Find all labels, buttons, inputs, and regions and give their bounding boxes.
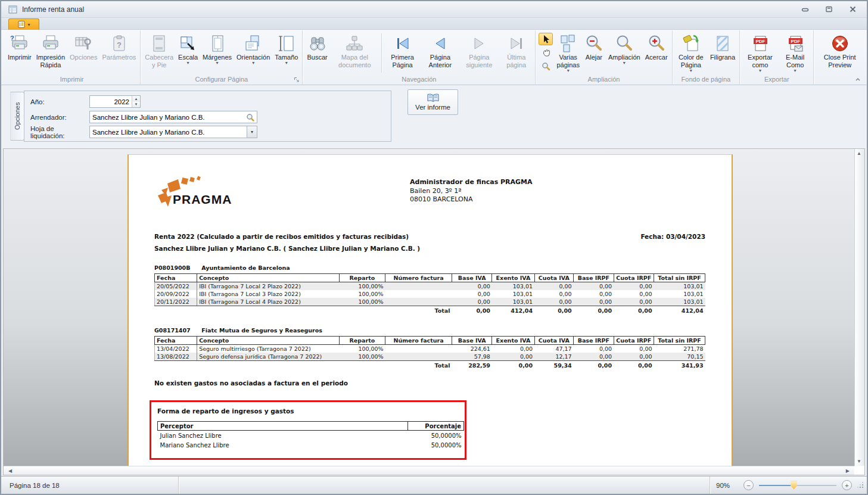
preview-canvas: PRAGMA Administrador de fincas PRAGMA Ba… [4,149,854,466]
hoja-input[interactable] [90,126,247,138]
email-como-button[interactable]: PDF E-Mail Como ▾ [779,31,812,75]
column-header: Concepto [197,337,339,345]
column-header: Base IRPF [574,274,614,282]
total-cell [155,306,197,315]
cell: 50,0000% [407,431,463,441]
button-label: Impresión Rápida [36,54,65,69]
tamano-button[interactable]: Tamaño ▾ [272,31,300,75]
total-cell: 0,00 [574,306,614,315]
button-label: Color de Página [677,54,705,69]
watermark-icon [713,33,732,54]
cell: 50,0000% [407,440,463,450]
resize-grip[interactable] [857,481,864,489]
hand-tool-button[interactable] [539,46,553,59]
zoom-slider-thumb[interactable] [791,481,797,490]
column-header: Base IRPF [574,337,614,345]
section-code: G08171407 [154,327,200,334]
company-address1: Bailen 20, 3º 1ª [410,187,533,196]
spin-down-button[interactable]: ▼ [132,102,140,108]
color-de-pagina-button[interactable]: Color de Página ▾ [674,31,708,75]
column-header: Reparto [339,274,385,282]
mapa-del-documento-button[interactable]: Mapa del documento [330,31,379,75]
application-menu-button[interactable]: ▾ [8,18,39,30]
impresion-rapida-button[interactable]: Impresión Rápida [34,31,67,75]
column-header: Fecha [155,274,197,282]
opciones-tab[interactable]: Opciones [10,92,24,141]
minimize-button[interactable] [797,5,813,14]
varias-paginas-button[interactable]: Varias páginas ▾ [554,31,582,75]
scroll-down-arrow[interactable]: ▼ [857,459,861,464]
multiple-pages-icon [559,33,578,54]
options-grid-wrench-icon [74,33,93,54]
button-label: Ver informe [415,104,450,111]
buscar-button[interactable]: Buscar [304,31,329,75]
column-header: Fecha [155,337,197,345]
escala-button[interactable]: Escala ▾ [176,31,200,75]
cell: 103,01 [492,298,534,306]
filigrana-button[interactable]: Filigrana [708,31,738,75]
primera-pagina-button[interactable]: Primera Página [384,31,422,75]
margenes-button[interactable]: Márgenes ▾ [200,31,234,75]
no-expenses-note: No existen gastos no asociadas a factura… [154,379,705,387]
imprimir-button[interactable]: ? Imprimir [5,31,34,75]
pagina-anterior-button[interactable]: Página Anterior [421,31,459,75]
alejar-button[interactable]: Alejar [582,31,606,75]
zoom-slider[interactable] [759,481,836,490]
cabecera-y-pie-button[interactable]: Cabecera y Pie [142,31,176,75]
ver-informe-button[interactable]: Ver informe [407,89,458,115]
scroll-left-arrow[interactable]: ◀ [8,468,12,474]
zoom-out-button[interactable]: − [743,480,754,490]
scroll-up-arrow[interactable]: ▲ [857,151,861,156]
button-label: Exportar como [744,54,776,69]
close-button[interactable] [844,5,861,14]
section-table: FechaConceptoRepartoNúmero facturaBase I… [154,336,705,369]
cell: 0,00 [574,298,614,306]
group-divider [381,33,382,73]
ribbon-tab-row: ▾ [1,18,867,30]
horizontal-scrollbar[interactable]: ◀ ▶ [4,466,854,475]
pointer-tool-button[interactable] [539,33,553,45]
chevron-down-icon: ▾ [252,61,254,65]
column-header: Concepto [197,274,339,282]
vertical-scrollbar[interactable]: ▲ ▼ [854,149,864,466]
svg-text:?: ? [117,41,122,49]
exportar-como-button[interactable]: PDF Exportar como ▾ [742,31,779,75]
cell: 57,98 [452,353,491,361]
clipboard-question-icon: ? [110,33,129,54]
button-label: Alejar [586,54,602,61]
header-footer-icon [150,33,169,54]
cell: 0,00 [614,345,654,353]
opciones-button[interactable]: Opciones [67,31,99,75]
ampliacion-button[interactable]: Ampliación ▾ [606,31,643,75]
cell [385,298,452,306]
svg-text:PDF: PDF [791,39,800,44]
zoom-region-tool-button[interactable] [539,60,553,73]
total-cell [197,361,339,370]
cell: Seguro multirriesgo (Tarragona 7 2022) [197,345,339,353]
ribbon: ? Imprimir Impresión Rápida Opciones ? P… [1,30,867,85]
pagina-siguiente-button[interactable]: Página siguiente [459,31,499,75]
document-list-icon [17,20,26,29]
anio-input[interactable] [90,96,132,107]
orientacion-button[interactable]: Orientación ▾ [234,31,272,75]
ultima-pagina-button[interactable]: Última página [499,31,533,75]
zoom-in-button[interactable]: + [842,480,852,490]
acercar-button[interactable]: Acercar [643,31,670,75]
button-label: Parámetros [102,54,136,61]
parametros-button[interactable]: ? Parámetros [100,31,139,75]
reparto-title: Forma de reparto de ingresos y gastos [157,407,459,415]
options-group-box: Año: ▲ ▼ Arrendador: Hoja de liquidación… [24,91,391,142]
spin-up-button[interactable]: ▲ [132,96,140,102]
restore-button[interactable] [820,5,837,14]
button-label: Varias páginas [556,54,580,69]
arrendador-input[interactable] [90,111,244,123]
column-header: Exento IVA [492,274,534,282]
close-print-preview-button[interactable]: Close Print Preview [816,31,864,75]
zoom-out-icon [584,33,603,54]
dialog-launcher-configurar-pagina[interactable] [293,76,300,83]
lookup-button[interactable] [244,111,257,123]
column-header: Base IVA [452,337,491,345]
collapse-ribbon-button[interactable] [853,75,863,83]
scroll-right-arrow[interactable]: ▶ [846,468,850,474]
combo-dropdown-button[interactable]: ▾ [247,126,257,138]
